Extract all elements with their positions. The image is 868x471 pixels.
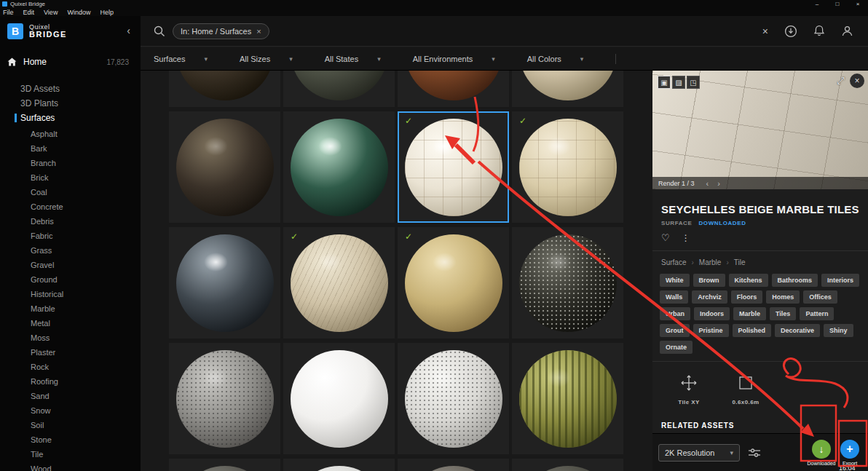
asset-tile[interactable]: [283, 343, 395, 454]
close-button[interactable]: ×: [848, 0, 868, 8]
tag-pill-kitchens[interactable]: Kitchens: [729, 274, 768, 287]
more-options-icon[interactable]: ⋮: [682, 233, 690, 243]
tag-pill-white[interactable]: White: [660, 274, 690, 287]
filter-dropdown-all-colors[interactable]: All Colors▾: [527, 55, 584, 63]
sidebar-subitem-sand[interactable]: Sand: [0, 389, 141, 403]
filter-dropdown-all-sizes[interactable]: All Sizes▾: [240, 55, 293, 63]
tag-pill-pristine[interactable]: Pristine: [693, 324, 729, 337]
filter-dropdown-all-states[interactable]: All States▾: [325, 55, 381, 63]
sidebar-item-3d-plants[interactable]: 3D Plants: [0, 96, 141, 111]
local-downloads-icon[interactable]: [784, 25, 797, 38]
tag-pill-walls[interactable]: Walls: [660, 290, 688, 304]
download-settings-icon[interactable]: [749, 448, 760, 458]
notifications-bell-icon[interactable]: [813, 25, 825, 37]
sidebar-subitem-soil[interactable]: Soil: [0, 418, 141, 432]
view-render-icon[interactable]: ▣: [658, 76, 671, 89]
tag-pill-urban[interactable]: Urban: [660, 307, 690, 320]
asset-tile[interactable]: [512, 343, 623, 454]
export-button[interactable]: +: [840, 440, 859, 459]
asset-tile[interactable]: ✓: [398, 227, 509, 339]
asset-tile[interactable]: ✓: [512, 111, 623, 223]
sidebar-subitem-wood[interactable]: Wood: [0, 462, 141, 471]
user-account-icon[interactable]: [841, 25, 853, 37]
sidebar-item-home[interactable]: Home 17,823: [0, 52, 141, 71]
asset-tile[interactable]: [398, 343, 509, 454]
sidebar-subitem-rock[interactable]: Rock: [0, 360, 141, 374]
sidebar-subitem-branch[interactable]: Branch: [0, 156, 141, 170]
next-render-icon[interactable]: ›: [717, 179, 720, 188]
download-button[interactable]: ↓: [812, 440, 831, 459]
sidebar-subitem-debris[interactable]: Debris: [0, 214, 141, 229]
sidebar-subitem-concrete[interactable]: Concrete: [0, 199, 141, 214]
asset-tile[interactable]: [398, 71, 509, 107]
view-texture-icon[interactable]: ▨: [672, 76, 685, 89]
sidebar-item-3d-assets[interactable]: 3D Assets: [0, 82, 141, 96]
tag-pill-indoors[interactable]: Indoors: [694, 307, 730, 320]
breadcrumb-item[interactable]: Marble: [699, 258, 722, 266]
sidebar-subitem-brick[interactable]: Brick: [0, 170, 141, 185]
asset-tile[interactable]: [283, 111, 395, 223]
tag-pill-polished[interactable]: Polished: [733, 324, 772, 337]
menu-item-edit[interactable]: Edit: [23, 9, 35, 16]
asset-tile[interactable]: [169, 343, 280, 454]
tag-pill-grout[interactable]: Grout: [660, 324, 690, 337]
asset-tile[interactable]: [169, 111, 280, 223]
resolution-select[interactable]: 2K Resolution ▾: [658, 444, 740, 462]
sidebar-subitem-grass[interactable]: Grass: [0, 243, 141, 258]
minimize-button[interactable]: –: [807, 0, 827, 8]
sidebar-subitem-tile[interactable]: Tile: [0, 447, 141, 462]
breadcrumb-item[interactable]: Tile: [734, 258, 746, 266]
tag-pill-floors[interactable]: Floors: [731, 290, 763, 304]
view-3d-icon[interactable]: ◳: [687, 76, 700, 89]
asset-tile[interactable]: ✓: [283, 227, 395, 339]
asset-tile[interactable]: [512, 459, 623, 471]
filter-dropdown-surfaces[interactable]: Surfaces▾: [154, 55, 208, 63]
sidebar-subitem-coal[interactable]: Coal: [0, 185, 141, 199]
close-preview-icon[interactable]: ×: [850, 74, 864, 88]
filter-dropdown-all-environments[interactable]: All Environments▾: [413, 55, 495, 63]
sidebar-subitem-snow[interactable]: Snow: [0, 403, 141, 418]
sidebar-subitem-plaster[interactable]: Plaster: [0, 345, 141, 360]
favorite-icon[interactable]: ♡: [661, 232, 670, 243]
tag-pill-bathrooms[interactable]: Bathrooms: [772, 274, 818, 287]
tag-pill-tiles[interactable]: Tiles: [770, 307, 796, 320]
breadcrumb-item[interactable]: Surface: [661, 258, 686, 266]
tag-pill-decorative[interactable]: Decorative: [775, 324, 820, 337]
asset-tile[interactable]: [283, 71, 395, 107]
menu-item-window[interactable]: Window: [67, 9, 90, 16]
asset-tile-selected[interactable]: ✓: [398, 111, 509, 223]
menu-item-view[interactable]: View: [44, 9, 58, 16]
tag-pill-interiors[interactable]: Interiors: [821, 274, 859, 287]
tag-pill-archviz[interactable]: Archviz: [692, 290, 727, 304]
clear-search-icon[interactable]: ×: [762, 25, 768, 37]
asset-tile[interactable]: [169, 227, 280, 339]
asset-tile[interactable]: [169, 459, 280, 471]
sidebar-subitem-historical[interactable]: Historical: [0, 287, 141, 301]
tag-pill-homes[interactable]: Homes: [766, 290, 800, 304]
fullscreen-icon[interactable]: ⤢: [837, 75, 845, 87]
menu-item-help[interactable]: Help: [100, 9, 114, 16]
prev-render-icon[interactable]: ‹: [706, 179, 709, 188]
asset-tile[interactable]: [398, 459, 509, 471]
menu-item-file[interactable]: File: [3, 9, 14, 16]
sidebar-subitem-bark[interactable]: Bark: [0, 141, 141, 156]
asset-tile[interactable]: [169, 71, 280, 107]
sidebar-subitem-moss[interactable]: Moss: [0, 331, 141, 345]
sidebar-subitem-stone[interactable]: Stone: [0, 432, 141, 447]
maximize-button[interactable]: □: [827, 0, 848, 8]
sidebar-subitem-fabric[interactable]: Fabric: [0, 229, 141, 243]
collapse-sidebar-icon[interactable]: ‹: [127, 25, 130, 36]
sidebar-subitem-metal[interactable]: Metal: [0, 316, 141, 331]
asset-tile[interactable]: [283, 459, 395, 471]
tag-pill-offices[interactable]: Offices: [803, 290, 837, 304]
sidebar-item-surfaces[interactable]: Surfaces: [0, 111, 141, 125]
sidebar-subitem-ground[interactable]: Ground: [0, 272, 141, 287]
tag-pill-pattern[interactable]: Pattern: [800, 307, 834, 320]
asset-tile[interactable]: [512, 71, 623, 107]
sidebar-subitem-gravel[interactable]: Gravel: [0, 258, 141, 272]
tag-pill-shiny[interactable]: Shiny: [824, 324, 853, 337]
tag-pill-marble[interactable]: Marble: [733, 307, 766, 320]
tag-pill-ornate[interactable]: Ornate: [660, 341, 693, 354]
remove-scope-icon[interactable]: ×: [256, 27, 261, 36]
asset-tile[interactable]: [512, 227, 623, 339]
